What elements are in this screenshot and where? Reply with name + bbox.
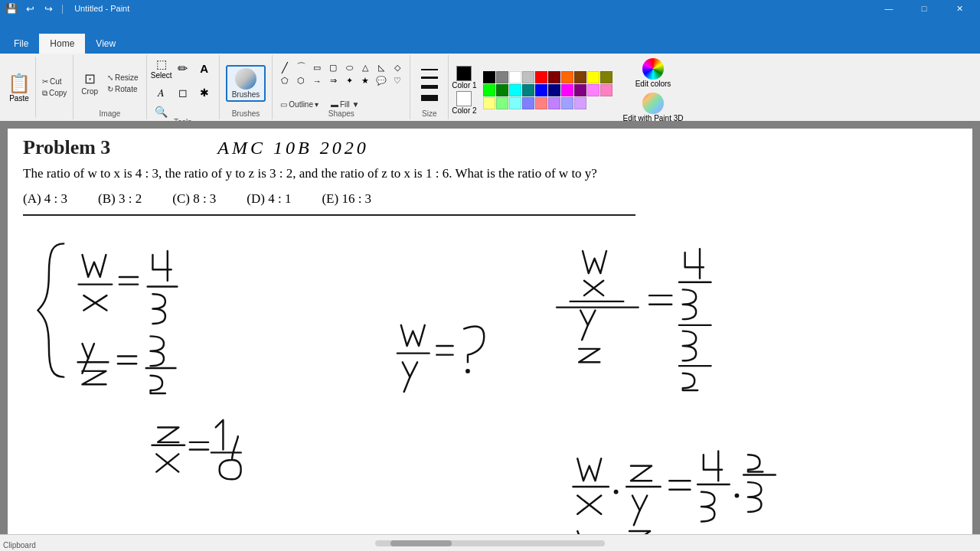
shape-star4-btn[interactable]: ✦ bbox=[341, 76, 357, 86]
rotate-button[interactable]: ↻ Rotate bbox=[104, 84, 142, 94]
tab-view[interactable]: View bbox=[85, 34, 126, 54]
color-swatch-19[interactable] bbox=[600, 84, 612, 96]
tab-file[interactable]: File bbox=[3, 34, 39, 54]
svg-point-29 bbox=[735, 493, 740, 497]
color-swatch-17[interactable] bbox=[574, 84, 586, 96]
color-swatch-7[interactable] bbox=[574, 71, 586, 83]
color-swatch-23[interactable] bbox=[522, 97, 534, 109]
shape-line-btn[interactable]: ╱ bbox=[277, 60, 292, 75]
color-swatch-18[interactable] bbox=[587, 84, 599, 96]
color-swatch-11[interactable] bbox=[496, 84, 508, 96]
text-icon: 𝐴 bbox=[158, 86, 165, 99]
amc-header: AMC 10B 2020 bbox=[217, 138, 368, 158]
tab-home[interactable]: Home bbox=[39, 34, 85, 54]
color-swatch-9[interactable] bbox=[600, 71, 612, 83]
edit-with-paint3d-button[interactable]: Edit with Paint 3D bbox=[619, 91, 688, 124]
minimize-button[interactable]: — bbox=[871, 0, 906, 17]
crop-button[interactable]: ⊡ Crop bbox=[78, 69, 101, 97]
size-medium[interactable] bbox=[421, 85, 438, 89]
color-swatch-21[interactable] bbox=[496, 97, 508, 109]
color-swatch-8[interactable] bbox=[587, 71, 599, 83]
shape-ellipse-btn[interactable]: ⬭ bbox=[341, 60, 357, 75]
color-swatch-26[interactable] bbox=[561, 97, 573, 109]
ribbon-tabs: File Home View bbox=[0, 34, 980, 54]
shape-rtriangle-btn[interactable]: ◺ bbox=[374, 60, 389, 75]
magnify-tool-button[interactable]: 🔍 bbox=[152, 106, 172, 118]
color-swatch-5[interactable] bbox=[548, 71, 560, 83]
shape-roundrect-btn[interactable]: ▢ bbox=[325, 60, 341, 75]
color-swatch-24[interactable] bbox=[535, 97, 547, 109]
cut-icon: ✂ bbox=[42, 77, 48, 86]
problem-text: The ratio of w to x is 4 : 3, the ratio … bbox=[23, 164, 957, 184]
color-swatch-12[interactable] bbox=[509, 84, 521, 96]
shape-arrow2-btn[interactable]: ⇒ bbox=[325, 76, 341, 86]
color1-label: Color 1 bbox=[452, 81, 476, 90]
select-label: Select bbox=[151, 71, 172, 80]
paste-button[interactable]: 📋 Paste bbox=[3, 57, 36, 118]
shape-pentagon-btn[interactable]: ⬠ bbox=[277, 76, 292, 86]
size-thick[interactable] bbox=[421, 95, 438, 101]
shape-star5-btn[interactable]: ★ bbox=[358, 76, 373, 86]
picker-tool-button[interactable]: ✱ bbox=[194, 86, 214, 99]
shape-rect-btn[interactable]: ▭ bbox=[309, 60, 325, 75]
fill-tool-button[interactable]: A bbox=[194, 62, 214, 75]
pencil-tool-button[interactable]: ✏ bbox=[173, 61, 193, 76]
outline-button[interactable]: ▭ Outline ▾ bbox=[277, 99, 322, 109]
eraser-tool-button[interactable]: ◻ bbox=[173, 86, 193, 99]
fill-shapes-button[interactable]: ▬ Fill ▼ bbox=[328, 99, 362, 109]
save-button[interactable]: 💾 bbox=[3, 2, 20, 15]
color-swatch-16[interactable] bbox=[561, 84, 573, 96]
undo-button[interactable]: ↩ bbox=[21, 2, 38, 15]
color-swatch-2[interactable] bbox=[509, 71, 521, 83]
copy-button[interactable]: ⧉ Copy bbox=[39, 88, 70, 99]
resize-button[interactable]: ⤡ Resize bbox=[104, 73, 142, 83]
color-swatch-25[interactable] bbox=[548, 97, 560, 109]
color-swatch-3[interactable] bbox=[522, 71, 534, 83]
color-swatch-22[interactable] bbox=[509, 97, 521, 109]
shape-heart-btn[interactable]: ♡ bbox=[390, 76, 405, 86]
size-group: Size bbox=[410, 55, 449, 119]
rotate-icon: ↻ bbox=[107, 85, 113, 93]
choice-a: (A) 4 : 3 bbox=[23, 191, 67, 207]
color-swatch-15[interactable] bbox=[548, 84, 560, 96]
color-swatch-0[interactable] bbox=[483, 71, 495, 83]
color-swatch-10[interactable] bbox=[483, 84, 495, 96]
image-group-label: Image bbox=[100, 109, 121, 118]
maximize-button[interactable]: □ bbox=[906, 0, 942, 17]
size-thin[interactable] bbox=[421, 69, 438, 70]
image-group: ⊡ Crop ⤡ Resize ↻ Rotate Image bbox=[74, 55, 146, 119]
color-swatch-13[interactable] bbox=[522, 84, 534, 96]
paint-canvas[interactable]: Problem 3 AMC 10B 2020 The ratio of w to… bbox=[8, 129, 972, 534]
choice-e: (E) 16 : 3 bbox=[322, 191, 371, 207]
cut-button[interactable]: ✂ Cut bbox=[39, 77, 70, 86]
close-button[interactable]: ✕ bbox=[942, 0, 977, 17]
shape-curve-btn[interactable]: ⌒ bbox=[293, 60, 309, 75]
color2-button[interactable]: Color 2 bbox=[452, 91, 476, 115]
color1-button[interactable]: Color 1 bbox=[452, 66, 476, 90]
brushes-button[interactable]: Brushes bbox=[226, 65, 266, 102]
paste-icon: 📋 bbox=[8, 73, 31, 94]
app-window: 💾 ↩ ↪ | Untitled - Paint — □ ✕ File Home… bbox=[0, 0, 980, 551]
text-tool-button[interactable]: 𝐴 bbox=[152, 86, 172, 99]
color-swatch-20[interactable] bbox=[483, 97, 495, 109]
edit-colors-button[interactable]: Edit colors bbox=[619, 57, 688, 90]
fill-shapes-icon: ▬ bbox=[331, 100, 338, 109]
color-swatch-1[interactable] bbox=[496, 71, 508, 83]
shape-triangle-btn[interactable]: △ bbox=[358, 60, 373, 75]
color-swatch-14[interactable] bbox=[535, 84, 547, 96]
select-tool-button[interactable]: ⬚ Select bbox=[152, 57, 172, 80]
horizontal-scrollbar[interactable] bbox=[375, 540, 605, 546]
outline-chevron: ▾ bbox=[315, 100, 318, 109]
shape-callout-btn[interactable]: 💬 bbox=[374, 76, 389, 86]
redo-button[interactable]: ↪ bbox=[40, 2, 57, 15]
shape-diamond-btn[interactable]: ◇ bbox=[390, 60, 405, 75]
scrollbar-thumb[interactable] bbox=[390, 540, 452, 546]
color-swatch-4[interactable] bbox=[535, 71, 547, 83]
size-medium-thin[interactable] bbox=[421, 77, 438, 79]
color-swatch-6[interactable] bbox=[561, 71, 573, 83]
color-swatch-27[interactable] bbox=[574, 97, 586, 109]
shape-hexagon-btn[interactable]: ⬡ bbox=[293, 76, 309, 86]
scrollbar-area bbox=[6, 540, 974, 546]
shape-arrow-btn[interactable]: → bbox=[309, 76, 325, 86]
colors-group: Color 1 Color 2 Edit colors bbox=[449, 55, 691, 119]
